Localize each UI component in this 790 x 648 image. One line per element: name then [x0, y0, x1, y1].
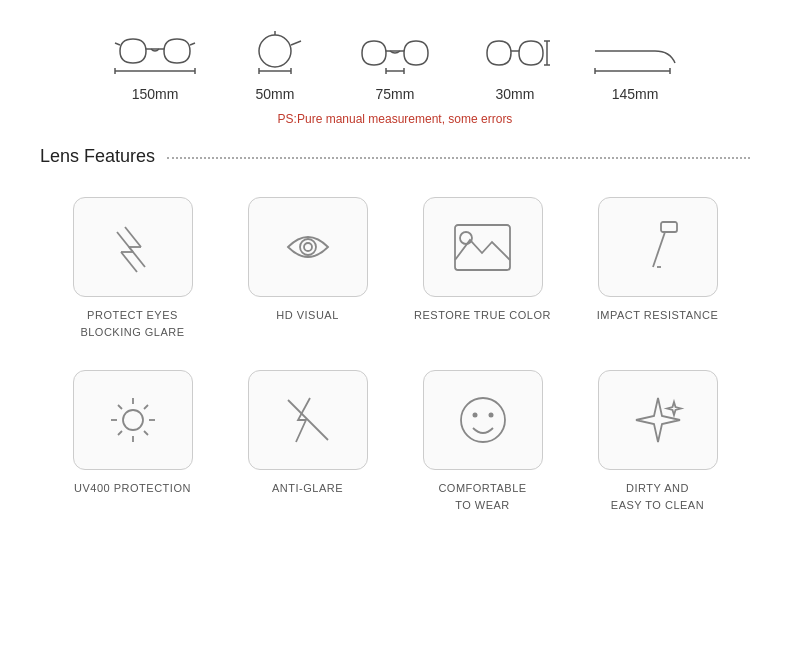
measurements-row: 150mm 50mm [40, 20, 750, 102]
svg-line-42 [144, 431, 148, 435]
lens-height-icon [475, 30, 555, 80]
feature-comfortable: COMFORTABLETO WEAR [400, 370, 565, 513]
measure-item-50: 50mm [235, 30, 315, 102]
svg-point-32 [460, 232, 472, 244]
feature-impact-resistance: IMPACT RESISTANCE [575, 197, 740, 340]
svg-point-47 [472, 413, 477, 418]
feature-uv400: UV400 PROTECTION [50, 370, 215, 513]
feature-label-comfortable: COMFORTABLETO WEAR [438, 480, 526, 513]
svg-point-29 [300, 239, 316, 255]
feature-label-protect-eyes: PROTECT EYESBLOCKING GLARE [80, 307, 184, 340]
feature-restore-color: RESTORE TRUE COLOR [400, 197, 565, 340]
glasses-full-frame-icon [115, 30, 195, 80]
svg-point-6 [259, 35, 291, 67]
feature-box-easy-clean [598, 370, 718, 470]
measure-label-75: 75mm [376, 86, 415, 102]
svg-rect-33 [661, 222, 677, 232]
svg-point-48 [488, 413, 493, 418]
measure-label-30: 30mm [496, 86, 535, 102]
feature-box-anti-glare [248, 370, 368, 470]
measure-item-30: 30mm [475, 30, 555, 102]
bridge-width-icon [355, 30, 435, 80]
measure-item-145: 145mm [595, 30, 675, 102]
svg-line-45 [288, 400, 328, 440]
svg-point-30 [304, 243, 312, 251]
feature-label-uv400: UV400 PROTECTION [74, 480, 191, 497]
dotted-divider [167, 157, 750, 159]
feature-box-hd-visual [248, 197, 368, 297]
feature-label-restore-color: RESTORE TRUE COLOR [414, 307, 551, 324]
measure-label-150: 150mm [132, 86, 179, 102]
features-grid: PROTECT EYESBLOCKING GLARE HD VISUAL [40, 197, 750, 513]
measure-item-150: 150mm [115, 30, 195, 102]
feature-label-anti-glare: ANTI-GLARE [272, 480, 343, 497]
measure-label-145: 145mm [612, 86, 659, 102]
temple-length-icon [595, 30, 675, 80]
feature-label-impact-resistance: IMPACT RESISTANCE [597, 307, 719, 324]
lens-width-icon [235, 30, 315, 80]
svg-point-36 [123, 410, 143, 430]
measure-item-75: 75mm [355, 30, 435, 102]
svg-line-43 [144, 405, 148, 409]
measure-label-50: 50mm [256, 86, 295, 102]
svg-line-7 [291, 41, 301, 45]
ps-note: PS:Pure manual measurement, some errors [40, 112, 750, 126]
feature-anti-glare: ANTI-GLARE [225, 370, 390, 513]
feature-box-comfortable [423, 370, 543, 470]
svg-line-34 [653, 232, 665, 267]
feature-hd-visual: HD VISUAL [225, 197, 390, 340]
lens-features-header: Lens Features [40, 146, 750, 167]
svg-line-44 [118, 431, 122, 435]
feature-box-protect-eyes [73, 197, 193, 297]
feature-label-hd-visual: HD VISUAL [276, 307, 339, 324]
feature-box-restore-color [423, 197, 543, 297]
feature-label-easy-clean: DIRTY ANDEASY TO CLEAN [611, 480, 704, 513]
feature-box-uv400 [73, 370, 193, 470]
svg-line-2 [190, 43, 195, 45]
lens-features-title: Lens Features [40, 146, 155, 167]
svg-line-41 [118, 405, 122, 409]
feature-box-impact-resistance [598, 197, 718, 297]
svg-point-46 [461, 398, 505, 442]
feature-easy-clean: DIRTY ANDEASY TO CLEAN [575, 370, 740, 513]
svg-line-1 [115, 43, 120, 45]
feature-protect-eyes: PROTECT EYESBLOCKING GLARE [50, 197, 215, 340]
